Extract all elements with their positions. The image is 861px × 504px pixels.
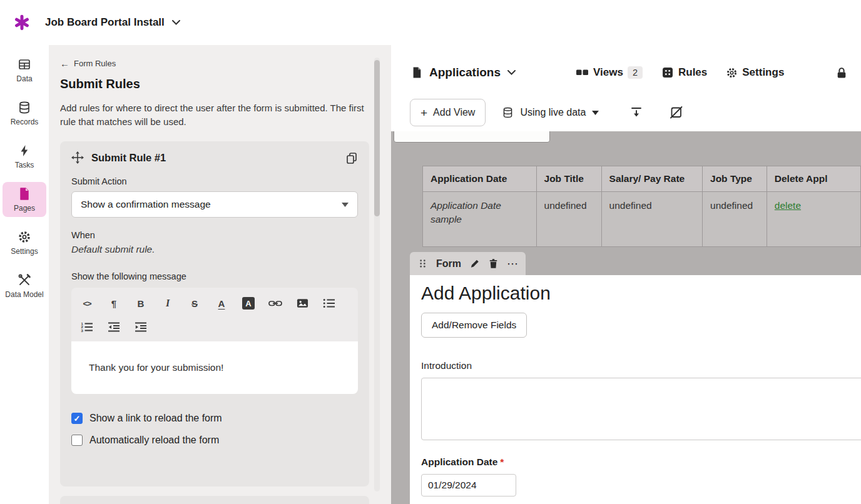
column-header[interactable]: Application Date [423, 166, 537, 192]
submit-rule-card: Submit Rule #1 Submit Action Show a conf… [60, 141, 369, 486]
chevron-down-icon [172, 20, 180, 25]
caret-down-icon [342, 203, 349, 207]
lightning-icon [18, 144, 31, 158]
clipped-element [394, 131, 550, 143]
column-header[interactable]: Delete Appl [767, 166, 860, 192]
back-link-label: Form Rules [74, 59, 116, 68]
svg-text:3: 3 [81, 329, 84, 332]
table-cell: undefined [703, 192, 767, 247]
introduction-textarea[interactable] [421, 378, 861, 440]
table-cell: undefined [601, 192, 702, 247]
topbar: Job Board Portal Install [0, 0, 861, 45]
copy-icon[interactable] [345, 151, 358, 164]
slash-square-icon[interactable] [669, 105, 684, 120]
insert-link-icon[interactable] [266, 296, 285, 311]
app-window: Job Board Portal Install Data Records Ta… [0, 0, 861, 504]
tab-settings-label: Settings [742, 66, 784, 79]
column-header[interactable]: Salary/ Pay Rate [601, 166, 702, 192]
sidebar-item-label: Pages [14, 204, 35, 213]
when-label: When [71, 230, 358, 240]
data-source-label: Using live data [520, 107, 586, 118]
ordered-list-icon[interactable]: 123 [78, 320, 96, 335]
add-remove-fields-button[interactable]: Add/Remove Fields [421, 313, 527, 338]
table-header-row: Application Date Job Title Salary/ Pay R… [423, 166, 861, 192]
panel-title: Submit Rules [60, 77, 391, 91]
page-menu[interactable]: Applications [411, 66, 516, 79]
auto-reload-checkbox-row[interactable]: Automatically reload the form [71, 435, 358, 446]
move-icon[interactable] [71, 151, 84, 164]
sidebar-item-records[interactable]: Records [3, 96, 46, 131]
add-view-button[interactable]: + Add View [410, 99, 486, 126]
drag-handle-icon[interactable] [417, 258, 428, 269]
back-arrow-icon: ← [60, 59, 69, 68]
column-header[interactable]: Job Title [536, 166, 601, 192]
sidebar-item-pages[interactable]: Pages [3, 182, 46, 217]
database-icon [502, 106, 514, 119]
lock-icon[interactable] [836, 66, 847, 79]
bold-icon[interactable]: B [131, 296, 150, 311]
message-editor-content[interactable]: Thank you for your submission! [71, 341, 358, 394]
checkbox-label: Show a link to reload the form [89, 413, 222, 424]
more-options-icon[interactable]: ⋯ [507, 258, 518, 270]
app-switcher[interactable]: Job Board Portal Install [45, 16, 180, 29]
applications-table: Application Date Job Title Salary/ Pay R… [422, 166, 861, 247]
tools-icon [18, 273, 31, 287]
outdent-icon[interactable] [104, 320, 123, 335]
page-icon [18, 187, 31, 201]
sidebar-item-data[interactable]: Data [3, 53, 46, 88]
tab-settings[interactable]: Settings [726, 66, 784, 79]
sidebar: Data Records Tasks Pages Settings [0, 45, 49, 504]
edit-pencil-icon[interactable] [469, 258, 480, 269]
trash-icon[interactable] [488, 258, 499, 269]
required-asterisk: * [500, 456, 504, 467]
live-preview: Application Date Job Title Salary/ Pay R… [391, 131, 861, 504]
tab-views-label: Views [593, 66, 623, 79]
panel-description: Add rules for where to direct the user a… [60, 101, 368, 129]
vertical-align-icon[interactable] [629, 105, 644, 120]
column-header[interactable]: Job Type [703, 166, 767, 192]
sidebar-item-data-model[interactable]: Data Model [3, 268, 46, 303]
italic-icon[interactable]: I [158, 296, 177, 311]
rule-card-title: Submit Rule #1 [91, 152, 166, 164]
sidebar-item-label: Tasks [15, 161, 34, 169]
table-row: Application Date sample undefined undefi… [423, 192, 861, 247]
submit-action-select[interactable]: Show a confirmation message [71, 191, 358, 218]
insert-image-icon[interactable] [293, 296, 312, 311]
highlight-color-icon[interactable]: A [239, 296, 258, 311]
tab-views[interactable]: Views 2 [576, 66, 643, 79]
code-view-icon[interactable]: <> [78, 296, 96, 311]
rules-panel-scrollbar[interactable] [374, 58, 380, 491]
checkbox-unchecked-icon[interactable] [71, 435, 83, 446]
sidebar-item-label: Records [11, 118, 39, 126]
application-date-input[interactable] [421, 474, 516, 496]
paragraph-format-icon[interactable]: ¶ [104, 296, 123, 311]
message-label: Show the following message [71, 271, 358, 281]
database-icon [18, 101, 31, 114]
checkbox-checked-icon[interactable] [71, 413, 83, 424]
knack-logo-icon[interactable] [14, 14, 30, 31]
sidebar-item-tasks[interactable]: Tasks [3, 139, 46, 174]
views-icon [576, 68, 589, 77]
strikethrough-icon[interactable]: S [185, 296, 204, 311]
data-source-dropdown[interactable]: Using live data [502, 106, 599, 119]
form-view: Add Application Add/Remove Fields Introd… [410, 275, 861, 504]
indent-icon[interactable] [131, 320, 150, 335]
bullet-list-icon[interactable] [320, 296, 339, 311]
builder-header: Applications Views 2 Rules Settings [411, 60, 847, 85]
tab-rules[interactable]: Rules [661, 66, 707, 79]
back-link-form-rules[interactable]: ← Form Rules [60, 59, 116, 68]
delete-link[interactable]: delete [775, 200, 801, 211]
text-color-icon[interactable]: A [212, 296, 231, 311]
builder-tabs: Views 2 Rules Settings [576, 66, 784, 79]
tab-rules-label: Rules [678, 66, 707, 79]
table-cell: undefined [536, 192, 601, 247]
reload-link-checkbox-row[interactable]: Show a link to reload the form [71, 413, 358, 424]
message-rich-text-editor: <> ¶ B I S A A [71, 288, 358, 394]
page-title: Applications [429, 66, 501, 79]
when-value: Default submit rule. [71, 244, 358, 255]
scrollbar-thumb[interactable] [374, 60, 380, 216]
gear-icon [726, 67, 738, 79]
editor-toolbar: <> ¶ B I S A A [71, 288, 358, 341]
sidebar-item-settings[interactable]: Settings [3, 225, 46, 260]
submit-action-value: Show a confirmation message [81, 199, 211, 210]
